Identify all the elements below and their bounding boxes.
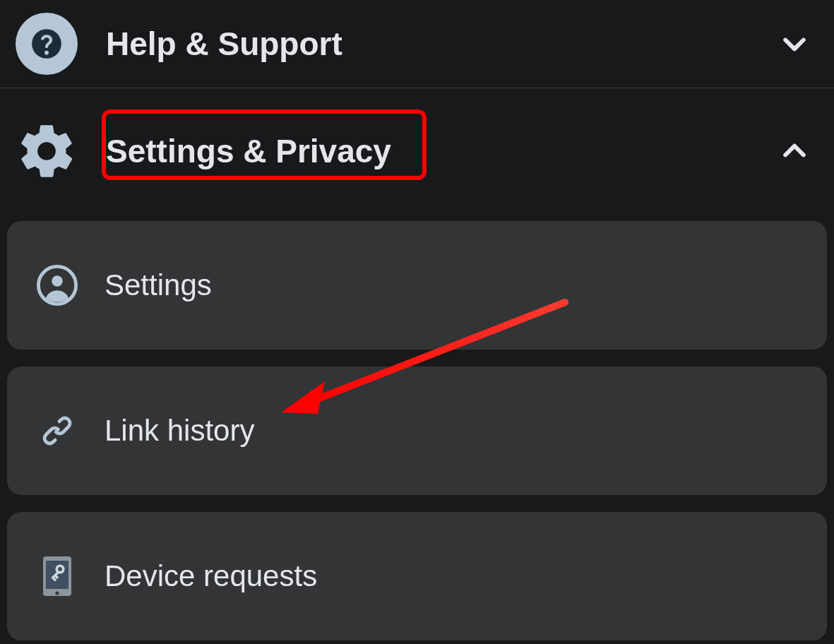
settings-subitems: Settings Link history Device requests (0, 210, 834, 640)
chevron-up-icon (776, 133, 813, 169)
chevron-down-icon (776, 25, 813, 62)
link-icon (35, 409, 79, 453)
help-icon (16, 13, 78, 75)
subitem-link-history[interactable]: Link history (7, 366, 827, 495)
help-support-row[interactable]: Help & Support (0, 0, 834, 88)
help-support-label: Help & Support (106, 25, 342, 63)
svg-point-2 (52, 275, 62, 286)
subitem-device-requests[interactable]: Device requests (7, 512, 827, 640)
subitem-settings[interactable]: Settings (7, 221, 827, 350)
svg-point-0 (42, 147, 51, 155)
svg-point-5 (55, 591, 59, 595)
device-key-icon (35, 554, 79, 598)
user-circle-icon (35, 263, 79, 307)
settings-privacy-row[interactable]: Settings & Privacy (0, 88, 834, 210)
subitem-settings-label: Settings (105, 268, 212, 302)
subitem-device-requests-label: Device requests (105, 559, 317, 593)
settings-privacy-label: Settings & Privacy (106, 132, 391, 170)
gear-icon (16, 120, 78, 182)
subitem-link-history-label: Link history (105, 414, 254, 448)
